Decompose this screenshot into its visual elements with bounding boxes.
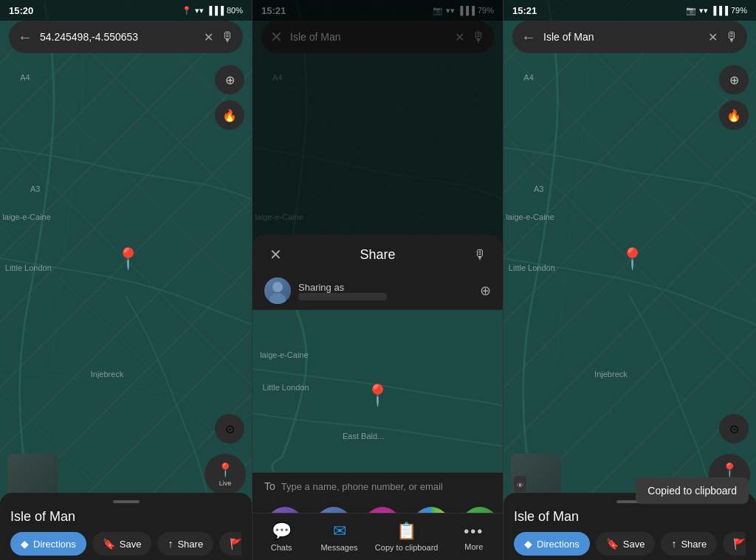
share-to-input[interactable]: Type a name, phone number, or email — [281, 481, 491, 492]
bottom-sheet-left: Isle of Man ◆ Directions 🔖 Save ↑ Share … — [0, 493, 252, 560]
search-text-right: Isle of Man — [543, 31, 701, 43]
share-layers-button[interactable]: ⊕ — [480, 283, 491, 299]
mic-button-left[interactable]: 🎙 — [221, 30, 234, 45]
nav-messages[interactable]: ✉ Messages — [317, 522, 362, 552]
share-label-left: Share — [177, 539, 203, 550]
messages-icon: ✉ — [333, 522, 346, 541]
search-text-left: 54.245498,-4.550653 — [40, 31, 196, 43]
status-bar-right: 15:21 📷 ▾▾ ▐▐▐ 79% — [504, 0, 756, 21]
battery-left: 80% — [227, 6, 243, 15]
share-header: ✕ Share 🎙 — [252, 235, 503, 272]
share-label-right: Share — [681, 539, 707, 550]
bottom-nav-middle: 💬 Chats ✉ Messages 📋 Copy to clipboard •… — [252, 513, 503, 560]
save-icon-left: 🔖 — [103, 538, 115, 550]
share-to-row: To Type a name, phone number, or email — [252, 472, 503, 499]
status-time-left: 15:20 — [9, 5, 33, 16]
save-button-right[interactable]: 🔖 Save — [596, 532, 656, 556]
live-icon-left: 📍 — [217, 462, 233, 478]
live-icon-right: 📍 — [721, 462, 738, 478]
back-button-right[interactable]: ← — [521, 29, 536, 46]
directions-label-left: Directions — [33, 539, 76, 550]
save-button-left[interactable]: 🔖 Save — [92, 532, 152, 556]
action-buttons-right: ◆ Directions 🔖 Save ↑ Share 🚩 Lab — [514, 532, 746, 556]
status-time-right: 15:21 — [512, 5, 537, 16]
messenger-icon: 💬 — [272, 522, 292, 541]
share-button-right[interactable]: ↑ Share — [661, 532, 717, 556]
battery-right: 79% — [731, 6, 747, 15]
more-label: More — [464, 542, 483, 551]
bottom-handle-left — [113, 500, 140, 503]
directions-label-right: Directions — [537, 539, 580, 550]
wifi-icon-left: ▾▾ — [195, 6, 204, 15]
share-title: Share — [286, 247, 469, 263]
mic-button-right[interactable]: 🎙 — [725, 30, 738, 45]
map-pin-left: 📍 — [115, 246, 141, 271]
location-thumbnail-left — [7, 454, 58, 495]
status-icons-left: 📍 ▾▾ ▐▐▐ 80% — [182, 6, 243, 15]
middle-screen: 15:21 📷 ▾▾ ▐▐▐ 79% ✕ Isle of Man ✕ 🎙 A4 … — [252, 0, 504, 560]
chats-label: Chats — [271, 543, 292, 552]
layers-button-right[interactable]: ⊕ — [719, 65, 749, 94]
compass-button-left[interactable]: ⊙ — [215, 414, 244, 443]
label-button-left[interactable]: 🚩 Lab — [219, 532, 241, 556]
map-controls-left: ⊕ 🔥 — [215, 65, 244, 130]
directions-icon-left: ◆ — [21, 538, 29, 550]
svg-point-0 — [272, 282, 283, 292]
more-icon: ••• — [464, 523, 484, 540]
copy-label: Copy to clipboard — [375, 543, 439, 552]
share-email — [298, 293, 387, 300]
label-icon-right: 🚩 — [733, 538, 746, 550]
action-buttons-left: ◆ Directions 🔖 Save ↑ Share 🚩 Lab — [10, 532, 241, 556]
share-to-label: To — [264, 480, 275, 492]
location-icon-left: 📍 — [182, 6, 192, 15]
nav-copy[interactable]: 📋 Copy to clipboard — [375, 522, 439, 552]
directions-icon-right: ◆ — [524, 538, 532, 550]
sharing-as-text: Sharing as — [298, 282, 387, 293]
layers-button-left[interactable]: ⊕ — [215, 65, 244, 94]
label-button-right[interactable]: 🚩 Lab — [723, 532, 746, 556]
share-account-info: Sharing as — [298, 282, 387, 300]
pin-icon-right: 📍 — [619, 246, 645, 271]
directions-button-right[interactable]: ◆ Directions — [514, 532, 590, 556]
save-label-right: Save — [623, 539, 645, 550]
label-icon-left: 🚩 — [230, 538, 241, 550]
compass-button-right[interactable]: ⊙ — [719, 414, 749, 443]
share-map-pin: 📍 — [365, 383, 391, 407]
search-bar-left[interactable]: ← 54.245498,-4.550653 ✕ 🎙 — [9, 21, 243, 53]
share-modal-overlay: ✕ Share 🎙 Sharing as ⊕ — [252, 0, 503, 560]
messages-label: Messages — [320, 543, 357, 552]
share-icon-left: ↑ — [168, 538, 173, 550]
clear-button-left[interactable]: ✕ — [204, 30, 213, 44]
flame-button-left[interactable]: 🔥 — [215, 100, 244, 130]
map-pin-right: 📍 — [619, 246, 645, 271]
share-avatar — [264, 277, 291, 304]
live-button-left[interactable]: 📍 Live — [205, 454, 246, 495]
back-button-left[interactable]: ← — [18, 29, 32, 46]
thumbnail-image-left — [7, 454, 58, 495]
wifi-icon-right: ▾▾ — [699, 6, 708, 15]
share-mic-button[interactable]: 🎙 — [469, 243, 491, 266]
search-bar-right[interactable]: ← Isle of Man ✕ 🎙 — [512, 21, 747, 53]
nav-chats[interactable]: 💬 Chats — [259, 522, 303, 552]
flame-button-right[interactable]: 🔥 — [719, 100, 749, 130]
signal-icon-left: ▐▐▐ — [207, 6, 224, 15]
right-screen: 15:21 📷 ▾▾ ▐▐▐ 79% ← Isle of Man ✕ 🎙 ⊕ 🔥… — [504, 0, 756, 560]
nav-more[interactable]: ••• More — [452, 523, 496, 551]
directions-button-left[interactable]: ◆ Directions — [10, 532, 86, 556]
share-close-button[interactable]: ✕ — [264, 243, 286, 266]
place-name-left: Isle of Man — [10, 509, 241, 525]
share-panel: ✕ Share 🎙 Sharing as ⊕ — [252, 235, 503, 560]
save-icon-right: 🔖 — [606, 538, 619, 550]
save-label-left: Save — [120, 539, 142, 550]
place-name-right: Isle of Man — [514, 509, 746, 525]
clear-button-right[interactable]: ✕ — [708, 30, 718, 44]
status-icons-right: 📷 ▾▾ ▐▐▐ 79% — [686, 6, 747, 15]
copy-icon: 📋 — [396, 522, 416, 541]
share-map-area: 📍 laige-e-Caine Little London East Bald.… — [252, 310, 503, 472]
share-account-row: Sharing as ⊕ — [252, 272, 503, 310]
toast-copied: Copied to clipboard — [636, 477, 749, 504]
live-label-left: Live — [219, 480, 232, 487]
share-icon-right: ↑ — [671, 538, 676, 550]
share-button-left[interactable]: ↑ Share — [157, 532, 213, 556]
location-thumbnail-right: 👁 — [511, 454, 561, 495]
